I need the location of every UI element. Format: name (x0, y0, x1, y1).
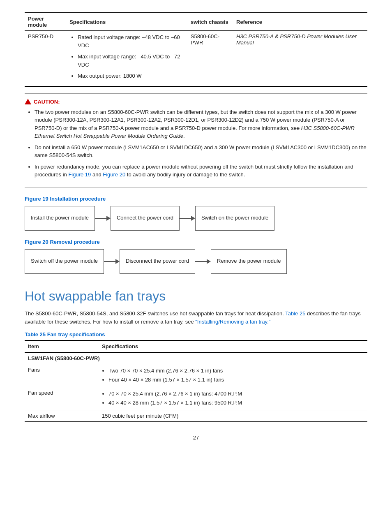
removal-flow: Switch off the power module Disconnect t… (25, 249, 367, 274)
col-header-power-module: Power module (25, 13, 66, 31)
group-header-row: LSW1FAN (S5800-60C-PWR) (25, 352, 367, 364)
col-header-specifications: Specifications (66, 13, 187, 31)
flow-step-1: Install the power module (25, 206, 95, 231)
table-row: Fan speed 70 × 70 × 25.4 mm (2.76 × 2.76… (25, 387, 367, 410)
removal-step-3: Remove the power module (211, 249, 287, 274)
removal-arrow-1 (104, 259, 120, 264)
removal-step-1: Switch off the power module (25, 249, 104, 274)
fan-speed-specs: 70 × 70 × 25.4 mm (2.76 × 2.76 × 1 in) f… (99, 387, 367, 410)
module-specs: Rated input voltage range: –48 VDC to –6… (66, 31, 187, 86)
figure19-section: Figure 19 Installation procedure Install… (25, 196, 367, 231)
fan-spec-2: Four 40 × 40 × 28 mm (1.57 × 1.57 × 1.1 … (108, 376, 364, 384)
power-module-table: Power module Specifications switch chass… (25, 12, 367, 87)
caution-bullet-1: The two power modules on an S5800-60C-PW… (35, 108, 367, 140)
figure19-title: Figure 19 Installation procedure (25, 196, 367, 202)
col-header-reference: Reference (233, 13, 367, 31)
item-fan-speed: Fan speed (25, 387, 99, 410)
spec-item: Max output power: 1800 W (78, 72, 184, 80)
spec-item: Rated input voltage range: –48 VDC to –6… (78, 33, 184, 49)
flow-step-3: Switch on the power module (195, 206, 274, 231)
col-header-switch-chassis: switch chassis (187, 13, 233, 31)
caution-title: CAUTION: (25, 99, 367, 105)
item-max-airflow: Max airflow (25, 410, 99, 422)
figure20-section: Figure 20 Removal procedure Switch off t… (25, 239, 367, 274)
figure20-title: Figure 20 Removal procedure (25, 239, 367, 245)
section-body: The S5800-60C-PWR, S5800-54S, and S5800-… (25, 310, 367, 327)
caution-bullet-3: In power redundancy mode, you can replac… (35, 163, 367, 179)
fan-spec-1: Two 70 × 70 × 25.4 mm (2.76 × 2.76 × 1 i… (108, 367, 364, 375)
module-reference: H3C PSR750-A & PSR750-D Power Modules Us… (233, 31, 367, 86)
section-heading: Hot swappable fan trays (25, 289, 367, 304)
fans-specs: Two 70 × 70 × 25.4 mm (2.76 × 2.76 × 1 i… (99, 364, 367, 387)
caution-icon (25, 99, 31, 104)
table25-title: Table 25 Fan tray specifications (25, 331, 367, 338)
install-link[interactable]: "Installing/Removing a fan tray." (195, 319, 270, 325)
arrow-1 (95, 216, 111, 221)
table-row: Fans Two 70 × 70 × 25.4 mm (2.76 × 2.76 … (25, 364, 367, 387)
figure20-link[interactable]: Figure 20 (103, 171, 125, 178)
module-chassis: S5800-60C-PWR (187, 31, 233, 86)
fan-tray-table: Item Specifications LSW1FAN (S5800-60C-P… (25, 340, 367, 422)
table-row: Max airflow 150 cubic feet per minute (C… (25, 410, 367, 422)
module-name: PSR750-D (25, 31, 66, 86)
page-number: 27 (25, 435, 367, 441)
figure19-link[interactable]: Figure 19 (68, 171, 91, 178)
fan-speed-1: 70 × 70 × 25.4 mm (2.76 × 2.76 × 1 in) f… (108, 390, 364, 398)
col-item: Item (25, 340, 99, 352)
removal-step-2: Disconnect the power cord (120, 249, 195, 274)
installation-flow: Install the power module Connect the pow… (25, 206, 367, 231)
caution-block: CAUTION: The two power modules on an S58… (25, 93, 367, 187)
italic-ref: H3C S5800-60C-PWR Ethernet Switch Hot Sw… (35, 125, 355, 139)
removal-arrow-2 (195, 259, 211, 264)
table-row: PSR750-D Rated input voltage range: –48 … (25, 31, 367, 86)
fan-speed-2: 40 × 40 × 28 mm (1.57 × 1.57 × 1.1 in) f… (108, 399, 364, 407)
item-fans: Fans (25, 364, 99, 387)
table25-link[interactable]: Table 25 (285, 310, 305, 317)
group-header-label: LSW1FAN (S5800-60C-PWR) (25, 352, 367, 364)
arrow-2 (180, 216, 195, 221)
body-text-1: The S5800-60C-PWR, S5800-54S, and S5800-… (25, 310, 284, 317)
flow-step-2: Connect the power cord (111, 206, 180, 231)
spec-item: Max input voltage range: –40.5 VDC to –7… (78, 53, 184, 69)
caution-bullet-2: Do not install a 650 W power module (LSV… (35, 143, 367, 160)
max-airflow-spec: 150 cubic feet per minute (CFM) (99, 410, 367, 422)
caution-label: CAUTION: (34, 99, 60, 105)
col-specs: Specifications (99, 340, 367, 352)
